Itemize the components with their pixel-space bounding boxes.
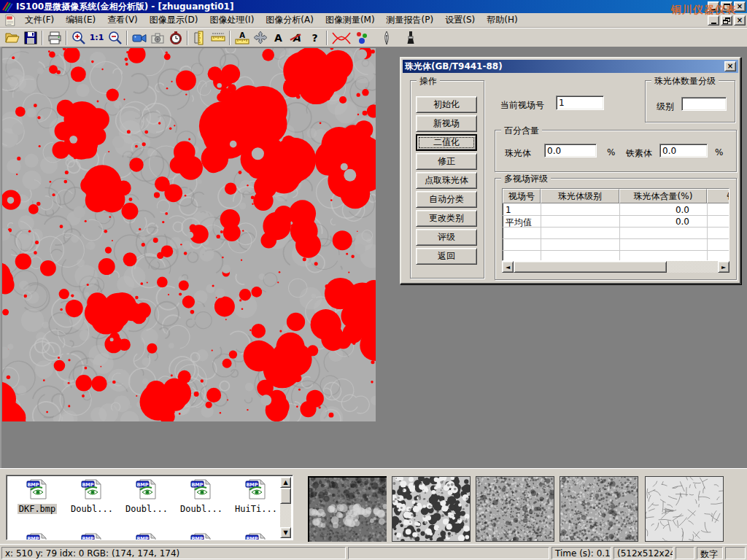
timer-button[interactable] [166,29,185,47]
current-field-input[interactable] [556,96,604,110]
bmp-file-icon [80,478,104,500]
initialize-button[interactable]: 初始化 [416,96,477,113]
menu-image-analysis[interactable]: 图像分析(A) [260,12,320,28]
scrollbar-thumb[interactable] [514,261,667,273]
dialog-close-button[interactable]: × [724,61,736,71]
scroll-up-icon[interactable]: ▲ [280,477,291,488]
file-item-partial[interactable] [175,532,228,540]
bmp-file-icon [26,478,49,500]
binarize-button[interactable]: 二值化 [416,134,477,151]
file-item-label: Doubl... [179,504,224,514]
scrollbar-track[interactable] [280,488,291,527]
thumbnail-4[interactable] [560,476,638,542]
file-item-partial[interactable] [120,532,173,540]
file-item-doubl-2[interactable]: Doubl... [120,478,173,514]
save-icon[interactable] [21,29,39,47]
classify-dots-button[interactable] [353,29,371,47]
thumbnail-5[interactable] [645,476,724,542]
bmp-file-icon [190,532,213,540]
brush-tool-button[interactable] [401,29,419,47]
text-annotation-button[interactable]: A [269,29,287,47]
menu-file[interactable]: 文件(F) [19,12,60,28]
move-cross-icon[interactable] [251,29,269,47]
print-button[interactable] [45,29,63,47]
table-header-pearlite: 珠光体含量(%) [619,189,707,203]
help-label: ? [311,32,317,44]
file-item-partial[interactable] [66,532,118,540]
menu-image-processing[interactable]: 图像处理(I) [204,12,260,28]
specimen-image[interactable] [2,48,376,421]
capture-camera-button[interactable] [148,29,166,47]
help-button[interactable]: ? [306,29,324,47]
menu-measure-report[interactable]: 测量报告(P) [381,12,440,28]
vendor-watermark: 铜川仪器仪表 [671,4,737,17]
multifield-table: 视场号 珠光体级别 珠光体含量(%) 铁素体含量(%) 1 0.0 平均值 0.… [502,188,729,261]
styled-text-button[interactable]: A [287,29,306,47]
ferrite-label: 铁素体 [626,147,652,160]
menu-image-measure[interactable]: 图像测量(M) [320,12,381,28]
scrollbar-thumb[interactable] [280,488,291,504]
status-spacer-3 [725,547,746,559]
table-row-1-pearlite[interactable]: 0.0 [619,205,707,215]
table-row-2-field[interactable]: 平均值 [506,217,532,229]
pen-tool-button[interactable] [377,29,395,47]
menu-edit[interactable]: 编辑(E) [60,12,101,28]
new-field-button[interactable]: 新视场 [416,115,477,132]
dialog-title-bar[interactable]: 珠光体(GB/T9441-88) × [403,60,738,73]
pick-pearlite-button[interactable]: 点取珠光体 [416,172,477,189]
bottom-panel: DKF.bmp Doubl... Doubl... Doubl... HuiTi… [0,468,747,544]
scrollbar-track[interactable] [514,261,718,273]
level-input[interactable] [681,97,727,111]
zoom-in-button[interactable] [69,29,88,47]
bmp-file-icon [244,478,268,500]
pearlite-dialog: 珠光体(GB/T9441-88) × 操作 初始化 新视场 二值化 修正 点取珠… [400,57,741,284]
file-item-huiti[interactable]: HuiTi... [230,478,282,514]
vertical-caliper-button[interactable] [190,29,209,47]
mdi-restore-button[interactable] [721,15,732,26]
zoom-out-button[interactable] [106,29,124,47]
return-button[interactable]: 返回 [416,248,477,265]
actual-size-label: 1:1 [90,33,104,42]
open-button[interactable] [3,29,21,47]
scroll-left-icon[interactable]: ◄ [502,261,514,273]
horizontal-ruler-button[interactable] [209,29,227,47]
ferrite-percent-input[interactable] [659,144,708,158]
file-list-scrollbar[interactable]: ▲ ▼ [280,477,291,538]
correct-button[interactable]: 修正 [416,153,477,170]
table-horizontal-scrollbar[interactable]: ◄ ► [502,261,729,273]
document-icon[interactable] [3,14,16,26]
thumbnail-3[interactable] [476,476,554,542]
video-camera-button[interactable] [130,29,148,47]
change-class-button[interactable]: 更改类别 [416,210,477,227]
menu-view[interactable]: 查看(V) [101,12,144,28]
actual-size-button[interactable]: 1:1 [88,29,106,47]
file-item-doubl-3[interactable]: Doubl... [175,478,228,514]
menu-settings[interactable]: 设置(S) [439,12,481,28]
measure-text-button[interactable]: A [233,29,251,47]
file-item-partial[interactable] [11,532,63,540]
percent-group-label: 百分含量 [501,125,542,137]
menu-image-display[interactable]: 图像显示(D) [144,12,204,28]
thumbnail-1[interactable] [308,476,387,542]
rate-button[interactable]: 评级 [416,229,477,246]
menu-help[interactable]: 帮助(H) [481,12,523,28]
pearlite-percent-sign: % [607,147,615,158]
mdi-close-button[interactable]: × [734,15,746,26]
auto-classify-button[interactable]: 自动分类 [416,191,477,208]
table-row-2-pearlite[interactable]: 0.0 [619,217,707,227]
grading-group-label: 珠光体数量分级 [651,75,719,88]
curve-tool-button[interactable] [330,29,353,47]
table-header-field: 视场号 [503,189,541,203]
thumbnail-2[interactable] [392,476,471,542]
table-row-1-field[interactable]: 1 [506,205,511,215]
scroll-right-icon[interactable]: ► [718,261,729,273]
mdi-minimize-button[interactable] [708,15,719,26]
file-item-partial[interactable] [230,532,282,540]
bmp-file-icon [26,532,49,540]
file-item-dkf[interactable]: DKF.bmp [11,478,63,514]
multifield-group-label: 多视场评级 [501,173,551,185]
file-item-doubl-1[interactable]: Doubl... [66,478,118,514]
pearlite-percent-input[interactable] [544,144,597,158]
scroll-down-icon[interactable]: ▼ [280,527,291,538]
file-item-label: HuiTi... [233,504,279,514]
